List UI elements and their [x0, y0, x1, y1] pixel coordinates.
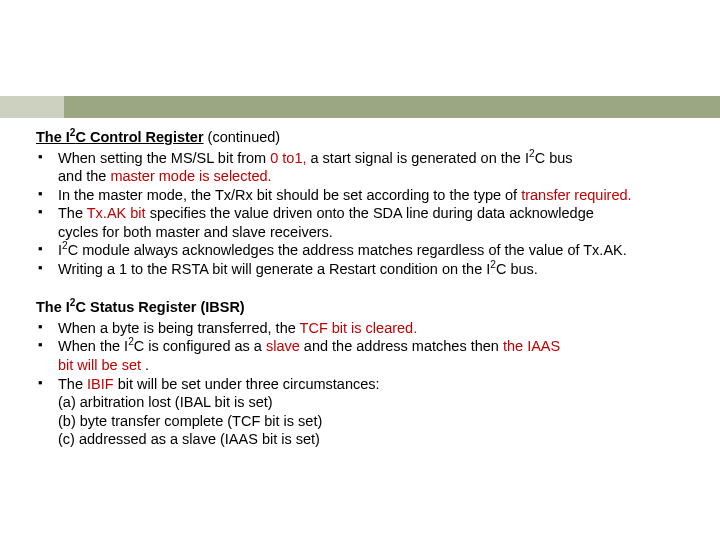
header-accent-bar	[0, 96, 720, 118]
bullet-item: The Tx.AK bit specifies the value driven…	[36, 204, 720, 241]
slide-body: The I2C Control Register (continued) Whe…	[36, 128, 720, 469]
bullet-list-control: When setting the MS/SL bit from 0 to1, a…	[36, 149, 720, 279]
bullet-item: When setting the MS/SL bit from 0 to1, a…	[36, 149, 720, 186]
title-underline: The I2C Control Register	[36, 129, 204, 145]
section-status-register: The I2C Status Register (IBSR) When a by…	[36, 298, 720, 448]
bullet-item: Writing a 1 to the RSTA bit will generat…	[36, 260, 720, 279]
bullet-item: I2C module always acknowledges the addre…	[36, 241, 720, 260]
section-title-status: The I2C Status Register (IBSR)	[36, 298, 720, 317]
bullet-item: When a byte is being transferred, the TC…	[36, 319, 720, 338]
bullet-item: In the master mode, the Tx/Rx bit should…	[36, 186, 720, 205]
bullet-item: The IBIF bit will be set under three cir…	[36, 375, 720, 449]
section-control-register: The I2C Control Register (continued) Whe…	[36, 128, 720, 278]
bullet-list-status: When a byte is being transferred, the TC…	[36, 319, 720, 449]
bullet-item: When the I2C is configured as a slave an…	[36, 337, 720, 374]
section-title-control: The I2C Control Register (continued)	[36, 128, 720, 147]
